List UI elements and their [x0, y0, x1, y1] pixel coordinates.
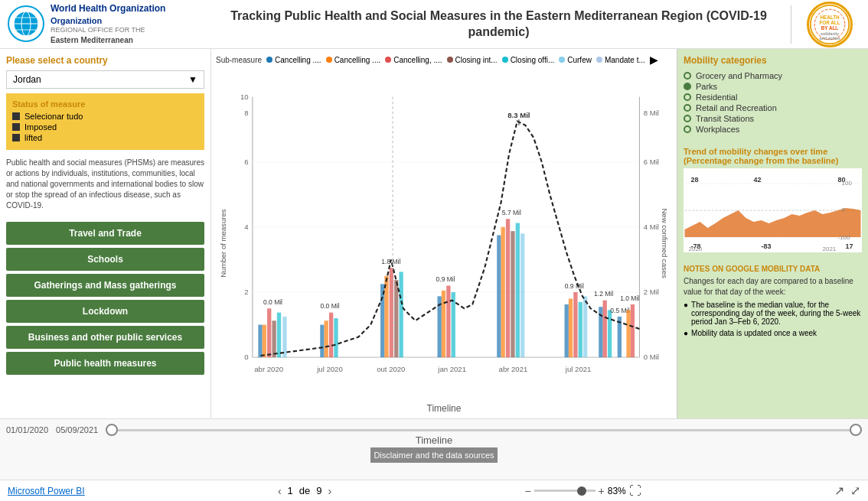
notes-section: NOTES ON GOOGLE MOBILITY DATA Changes fo…: [677, 259, 868, 343]
chart-legend: Sub-measure Cancelling .... Cancelling .…: [216, 54, 672, 66]
svg-rect-72: [608, 310, 612, 357]
status-item-2[interactable]: lifted: [12, 133, 198, 142]
country-value: Jordan: [13, 74, 41, 85]
slider-thumb-left[interactable]: [106, 424, 118, 436]
svg-text:-100: -100: [838, 234, 851, 241]
start-date: 01/01/2020: [6, 425, 48, 434]
zoom-slider-thumb[interactable]: [577, 486, 586, 496]
mobility-label-2: Residential: [696, 93, 737, 102]
status-item-0[interactable]: Selecionar tudo: [12, 112, 198, 121]
legend-item-4: Closing offi...: [502, 56, 555, 64]
header: World Health Organization Organization R…: [0, 0, 868, 49]
mobility-label-1: Parks: [696, 82, 717, 91]
zoom-in-button[interactable]: +: [599, 485, 605, 497]
next-page-button[interactable]: ›: [328, 485, 332, 497]
svg-rect-62: [520, 233, 524, 357]
svg-text:jan 2021: jan 2021: [437, 365, 466, 373]
y-axis-left-label: Number of measures: [219, 209, 227, 278]
share-icon[interactable]: ↗: [834, 483, 844, 498]
chart-svg: Number of measures New confirmed cases 0: [216, 69, 672, 402]
who-subtitle: Eastern Mediterranean: [51, 35, 165, 45]
status-square-1: [12, 123, 20, 131]
slider-track: [106, 429, 862, 431]
status-item-label-2: lifted: [24, 133, 42, 142]
svg-text:HEALTH: HEALTH: [820, 14, 840, 19]
mobility-item-3[interactable]: Retail and Recreation: [684, 102, 862, 113]
svg-rect-71: [603, 301, 607, 358]
nav-btn-publichealth[interactable]: Public health measures: [6, 352, 204, 375]
svg-rect-57: [497, 236, 501, 358]
svg-text:100: 100: [842, 180, 853, 187]
svg-text:BY ALL: BY ALL: [821, 25, 839, 31]
nav-btn-lockdown[interactable]: Lockdown: [6, 300, 204, 323]
zoom-slider-track[interactable]: [534, 490, 596, 492]
mobility-item-4[interactable]: Transit Stations: [684, 113, 862, 124]
svg-rect-66: [573, 292, 577, 357]
svg-text:4 Mil: 4 Mil: [644, 223, 659, 231]
nav-btn-business[interactable]: Business and other public services: [6, 326, 204, 349]
legend-item-5: Curfew: [559, 56, 592, 64]
legend-dot-6: [596, 57, 602, 63]
nav-btn-travel[interactable]: Travel and Trade: [6, 222, 204, 245]
country-select[interactable]: Jordan ▼: [6, 70, 204, 89]
legend-dot-2: [385, 57, 391, 63]
fullscreen-icon[interactable]: ⛶: [629, 484, 641, 498]
slider-thumb-right[interactable]: [850, 424, 862, 436]
status-square-2: [12, 134, 20, 142]
app-container: World Health Organization Organization R…: [0, 0, 868, 501]
trend-section: Trend of mobility changes over time (Per…: [677, 141, 868, 259]
mobility-radio-4: [684, 115, 691, 122]
svg-rect-58: [501, 227, 505, 357]
legend-dot-1: [326, 57, 332, 63]
mobility-item-1[interactable]: Parks: [684, 81, 862, 92]
svg-rect-42: [325, 320, 328, 357]
mobility-section: Mobility categories Grocery and Pharmacy…: [677, 49, 868, 141]
legend-dot-3: [447, 57, 453, 63]
status-box: Status of measure Selecionar tudo Impose…: [6, 93, 204, 150]
svg-text:0.9 Mil: 0.9 Mil: [436, 275, 455, 283]
expand-icon[interactable]: ⤢: [850, 483, 860, 498]
timeline-slider[interactable]: [106, 422, 862, 438]
svg-rect-41: [320, 325, 324, 358]
legend-item-6: Mandate t...: [596, 56, 645, 64]
powerbi-link[interactable]: Microsoft Power BI: [8, 486, 85, 496]
timeline-row: 01/01/2020 05/09/2021: [0, 419, 868, 441]
timeline-label: Timeline: [216, 403, 672, 414]
who-org: Organization: [51, 15, 165, 26]
health-badge: HEALTH FOR ALL BY ALL solidarity and act…: [799, 5, 860, 44]
svg-rect-68: [583, 296, 587, 357]
mobility-item-2[interactable]: Residential: [684, 92, 862, 102]
status-square-0: [12, 112, 20, 120]
svg-text:2020: 2020: [689, 246, 703, 252]
svg-text:0.0 Mil: 0.0 Mil: [263, 298, 282, 306]
description-text: Public health and social measures (PHSMs…: [6, 155, 204, 214]
mobility-label-3: Retail and Recreation: [696, 103, 777, 112]
svg-text:28: 28: [691, 176, 699, 184]
svg-rect-76: [626, 310, 630, 357]
chart-wrapper: Number of measures New confirmed cases 0: [216, 69, 672, 402]
mobility-item-0[interactable]: Grocery and Pharmacy: [684, 70, 862, 81]
who-title: World Health Organization: [51, 3, 165, 15]
nav-buttons: Travel and Trade Schools Gatherings and …: [6, 222, 204, 375]
prev-page-button[interactable]: ‹: [278, 485, 282, 497]
svg-rect-37: [272, 320, 276, 357]
sidebar: Please select a country Jordan ▼ Status …: [0, 49, 211, 418]
mobility-item-5[interactable]: Workplaces: [684, 124, 862, 135]
svg-text:0 Mil: 0 Mil: [644, 353, 659, 361]
mobility-radio-1: [684, 83, 691, 90]
mobility-radio-2: [684, 93, 691, 101]
disclaimer-bar[interactable]: Disclaimer and the data sources: [370, 447, 497, 463]
svg-text:1.0 Mil: 1.0 Mil: [620, 294, 639, 302]
svg-text:8: 8: [244, 109, 248, 117]
status-item-1[interactable]: Imposed: [12, 122, 198, 132]
legend-label-5: Curfew: [567, 56, 592, 64]
legend-more-icon[interactable]: ▶: [650, 54, 658, 66]
svg-text:jul 2021: jul 2021: [565, 365, 592, 373]
nav-btn-schools[interactable]: Schools: [6, 248, 204, 271]
svg-text:abr 2021: abr 2021: [499, 365, 528, 373]
svg-text:jul 2020: jul 2020: [316, 365, 343, 373]
legend-dot-5: [559, 57, 565, 63]
nav-btn-gatherings[interactable]: Gatherings and Mass gatherings: [6, 274, 204, 297]
zoom-out-button[interactable]: −: [524, 485, 530, 497]
svg-rect-35: [263, 325, 266, 358]
